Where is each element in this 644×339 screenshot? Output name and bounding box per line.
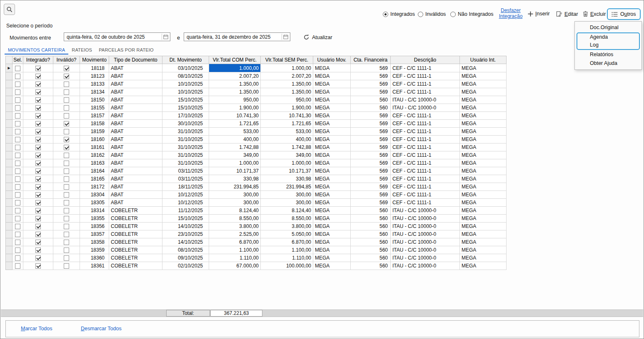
cell-vlr_sem[interactable]: 1.350,00	[261, 80, 313, 88]
cell-descricao[interactable]: CEF - C/C 1111-1	[391, 88, 460, 96]
checkbox-integrado[interactable]	[35, 129, 41, 134]
cell-tipo[interactable]: COBELETR	[109, 207, 162, 215]
cell-usuario_mov[interactable]: MEGA	[313, 230, 351, 238]
cell-descricao[interactable]: ITAU - C/C 10000-0	[391, 230, 460, 238]
cell-integrado[interactable]	[23, 128, 53, 136]
cell-invalido[interactable]	[53, 151, 80, 159]
cell-invalido[interactable]	[53, 223, 80, 230]
table-row[interactable]: 18164ABAT03/11/202510.171,3710.171,37MEG…	[6, 167, 507, 175]
cell-dt[interactable]: 03/10/2025	[162, 64, 209, 72]
date-to-input[interactable]: quarta-feira, 31 de dezembro de 2025	[184, 32, 290, 41]
cell-sel[interactable]	[12, 128, 23, 136]
cell-sel[interactable]	[12, 223, 23, 230]
cell-tipo[interactable]: ABAT	[109, 199, 162, 207]
cell-invalido[interactable]	[53, 207, 80, 215]
checkbox-sel[interactable]	[15, 153, 20, 158]
cell-movimento[interactable]: 18304	[80, 191, 109, 199]
date-from-input[interactable]: quinta-feira, 02 de outubro de 2025	[64, 32, 170, 41]
checkbox-invalido[interactable]	[64, 176, 69, 182]
cell-usuario_mov[interactable]: MEGA	[313, 104, 351, 112]
cell-sel[interactable]	[12, 191, 23, 199]
checkbox-invalido[interactable]	[64, 224, 69, 229]
checkbox-invalido[interactable]	[64, 137, 69, 142]
cell-cta[interactable]: 569	[351, 144, 391, 151]
checkbox-integrado[interactable]	[35, 224, 41, 229]
cell-tipo[interactable]: ABAT	[109, 144, 162, 151]
cell-movimento[interactable]: 18163	[80, 159, 109, 167]
menu-item-doc-original[interactable]: Doc.Original	[575, 23, 642, 32]
column-header[interactable]: Dt. Movimento	[162, 56, 209, 64]
table-row[interactable]: 18165ABAT03/11/2025330,98330,98MEGA569CE…	[6, 175, 507, 183]
checkbox-sel[interactable]	[15, 192, 20, 198]
checkbox-invalido[interactable]	[64, 216, 69, 221]
cell-tipo[interactable]: ABAT	[109, 64, 162, 72]
cell-vlr_sem[interactable]: 8.550,00	[261, 215, 313, 223]
cell-movimento[interactable]: 18155	[80, 104, 109, 112]
table-row[interactable]: 18160ABAT31/10/2025400,00400,00MEGA569CE…	[6, 136, 507, 144]
table-row[interactable]: 18356COBELETR14/10/20253.800,003.800,00M…	[6, 223, 507, 230]
calendar-icon[interactable]	[282, 34, 288, 40]
editar-button[interactable]: Editar	[556, 11, 578, 17]
checkbox-invalido[interactable]	[64, 208, 69, 213]
cell-cta[interactable]: 569	[351, 64, 391, 72]
cell-vlr_com[interactable]: 6.870,00	[209, 238, 261, 246]
checkbox-sel[interactable]	[15, 161, 20, 166]
checkbox-integrado[interactable]	[35, 247, 41, 253]
table-row[interactable]: 18361COBELETR02/10/202567.000,00100.000,…	[6, 262, 507, 270]
cell-sel[interactable]	[12, 230, 23, 238]
cell-sel[interactable]	[12, 64, 23, 72]
column-header[interactable]: Tipo de Documento	[109, 56, 162, 64]
cell-usuario_mov[interactable]: MEGA	[313, 238, 351, 246]
cell-vlr_sem[interactable]: 950,00	[261, 96, 313, 104]
cell-sel[interactable]	[12, 246, 23, 254]
checkbox-sel[interactable]	[15, 247, 20, 253]
cell-integrado[interactable]	[23, 167, 53, 175]
cell-usuario_mov[interactable]: MEGA	[313, 64, 351, 72]
checkbox-invalido[interactable]	[64, 82, 69, 87]
column-header[interactable]: Descrição	[391, 56, 460, 64]
cell-movimento[interactable]: 18123	[80, 72, 109, 80]
cell-movimento[interactable]: 18360	[80, 254, 109, 262]
cell-vlr_com[interactable]: 300,00	[209, 191, 261, 199]
cell-usuario_mov[interactable]: MEGA	[313, 96, 351, 104]
cell-descricao[interactable]: ITAU - C/C 10000-0	[391, 262, 460, 270]
cell-vlr_com[interactable]: 400,00	[209, 136, 261, 144]
cell-tipo[interactable]: ABAT	[109, 191, 162, 199]
cell-vlr_com[interactable]: 1.350,00	[209, 80, 261, 88]
cell-invalido[interactable]	[53, 238, 80, 246]
cell-usuario_int[interactable]: MEGA	[460, 88, 507, 96]
checkbox-invalido[interactable]	[64, 105, 69, 111]
column-header[interactable]: Cta. Financeira	[351, 56, 391, 64]
checkbox-sel[interactable]	[15, 105, 20, 111]
cell-vlr_sem[interactable]: 2.007,20	[261, 72, 313, 80]
cell-descricao[interactable]: CEF - C/C 1111-1	[391, 112, 460, 120]
cell-usuario_mov[interactable]: MEGA	[313, 167, 351, 175]
cell-movimento[interactable]: 18355	[80, 215, 109, 223]
cell-usuario_int[interactable]: MEGA	[460, 151, 507, 159]
cell-cta[interactable]: 569	[351, 175, 391, 183]
cell-movimento[interactable]: 18356	[80, 223, 109, 230]
cell-invalido[interactable]	[53, 96, 80, 104]
cell-descricao[interactable]: CEF - C/C 1111-1	[391, 128, 460, 136]
checkbox-sel[interactable]	[15, 208, 20, 213]
cell-tipo[interactable]: ABAT	[109, 80, 162, 88]
cell-dt[interactable]: 10/10/2025	[162, 80, 209, 88]
cell-invalido[interactable]	[53, 88, 80, 96]
cell-vlr_com[interactable]: 1.110,00	[209, 254, 261, 262]
checkbox-integrado[interactable]	[35, 168, 41, 174]
cell-usuario_mov[interactable]: MEGA	[313, 72, 351, 80]
cell-dt[interactable]: 31/10/2025	[162, 151, 209, 159]
cell-tipo[interactable]: COBELETR	[109, 215, 162, 223]
checkbox-integrado[interactable]	[35, 216, 41, 221]
cell-vlr_sem[interactable]: 5.050,00	[261, 230, 313, 238]
cell-dt[interactable]: 10/10/2025	[162, 88, 209, 96]
cell-vlr_sem[interactable]: 1.350,00	[261, 88, 313, 96]
cell-vlr_sem[interactable]: 1.900,00	[261, 104, 313, 112]
table-row[interactable]: 18172ABAT18/11/2025231.994,85231.994,85M…	[6, 183, 507, 191]
checkbox-sel[interactable]	[15, 97, 20, 103]
cell-vlr_com[interactable]: 1.100,00	[209, 246, 261, 254]
tab-movimentos-carteira[interactable]: MOVIMENTOS CARTEIRA	[5, 47, 68, 54]
checkbox-integrado[interactable]	[35, 161, 41, 166]
cell-vlr_sem[interactable]: 231.994,85	[261, 183, 313, 191]
menu-item-relatorios[interactable]: Relatórios	[575, 50, 642, 59]
